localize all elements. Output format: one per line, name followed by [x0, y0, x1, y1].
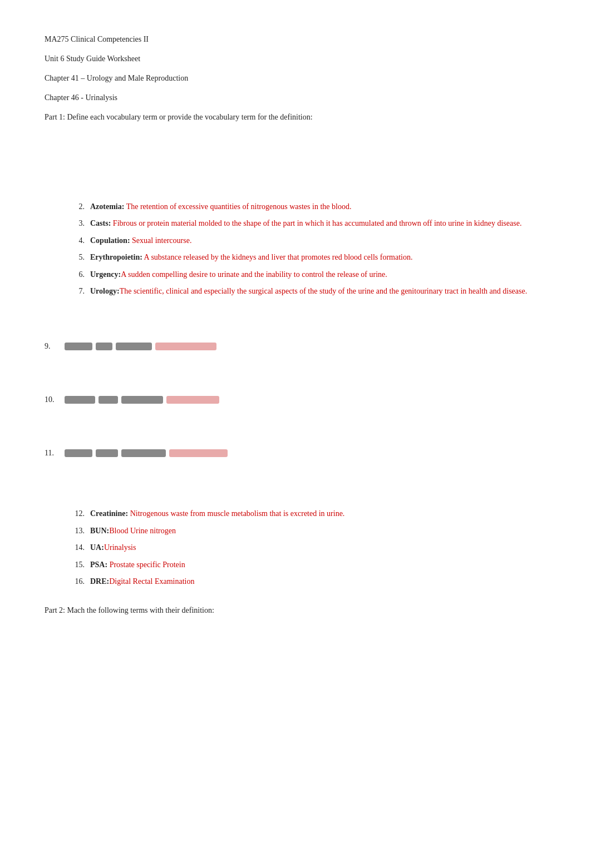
blurred-item-9: 9. — [45, 342, 546, 351]
list-item: 13. BUN:Blood Urine nitrogen — [67, 525, 546, 537]
list-item: 2. Azotemia: The retention of excessive … — [67, 201, 546, 213]
list-item: 3. Casts: Fibrous or protein material mo… — [67, 217, 546, 230]
list-item: 5. Erythropoietin: A substance released … — [67, 251, 546, 264]
chapter41-title: Chapter 41 – Urology and Male Reproducti… — [45, 72, 546, 84]
list-item: 6. Urgency:A sudden compelling desire to… — [67, 269, 546, 281]
part1-header: Part 1: Define each vocabulary term or p… — [45, 111, 546, 123]
part2-header: Part 2: Mach the following terms with th… — [45, 604, 546, 616]
vocab-list: 2. Azotemia: The retention of excessive … — [67, 201, 546, 297]
blurred-item-10: 10. — [45, 395, 546, 404]
list-item: 7. Urology:The scientific, clinical and … — [67, 285, 546, 297]
course-title: MA275 Clinical Competencies II — [45, 33, 546, 45]
blurred-item-11: 11. — [45, 449, 546, 458]
list-item: 4. Copulation: Sexual intercourse. — [67, 235, 546, 247]
list-item: 12. Creatinine: Nitrogenous waste from m… — [67, 508, 546, 520]
list-item: 14. UA:Urinalysis — [67, 542, 546, 554]
list-item: 16. DRE:Digital Rectal Examination — [67, 576, 546, 588]
chapter46-title: Chapter 46 - Urinalysis — [45, 92, 546, 103]
unit-title: Unit 6 Study Guide Worksheet — [45, 53, 546, 65]
list-item: 15. PSA: Prostate specific Protein — [67, 559, 546, 571]
lower-vocab-list: 12. Creatinine: Nitrogenous waste from m… — [67, 508, 546, 588]
